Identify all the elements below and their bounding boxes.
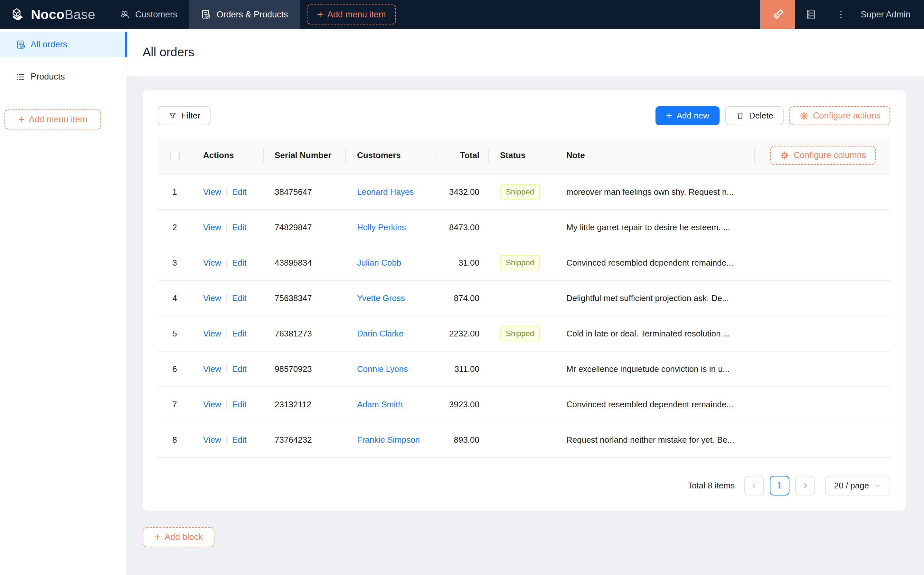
add-new-button[interactable]: + Add new	[656, 106, 719, 125]
nav-tab-label: Orders & Products	[216, 10, 288, 20]
customer-cell: Adam Smith	[345, 400, 436, 410]
navbar-right: Super Admin	[760, 0, 924, 29]
row-actions: View Edit	[192, 400, 263, 410]
column-header-serial-number: Serial Number	[263, 150, 345, 160]
action-divider	[226, 294, 227, 302]
row-actions: View Edit	[192, 435, 263, 445]
ui-editor-button[interactable]	[760, 0, 795, 29]
pagination-total: Total 8 items	[688, 481, 735, 491]
column-header-status: Status	[488, 150, 555, 160]
table-row: 3 View Edit 43895834 Julian Cobb 31.00 S…	[158, 245, 890, 281]
serial-number-cell: 38475647	[263, 187, 345, 197]
row-index: 1	[158, 187, 192, 197]
filter-button[interactable]: Filter	[158, 106, 211, 125]
next-page-button[interactable]	[795, 476, 815, 496]
status-cell: Shipped	[488, 326, 555, 342]
page-1-button[interactable]: 1	[770, 476, 789, 496]
customer-link[interactable]: Leonard Hayes	[357, 187, 414, 197]
customer-link[interactable]: Julian Cobb	[357, 258, 401, 268]
more-menu-button[interactable]	[827, 0, 855, 29]
edit-link[interactable]: Edit	[232, 364, 247, 374]
row-index: 4	[158, 293, 192, 303]
delete-button[interactable]: Delete	[726, 106, 784, 125]
nav-tab-orders-products[interactable]: Orders & Products	[189, 0, 299, 29]
view-link[interactable]: View	[203, 222, 221, 232]
total-cell: 8473.00	[436, 222, 488, 232]
add-menu-item-button-nav[interactable]: + Add menu item	[307, 5, 396, 24]
add-block-button[interactable]: + Add block	[143, 527, 214, 547]
nav-tab-customers[interactable]: Customers	[108, 0, 189, 29]
view-link[interactable]: View	[203, 258, 221, 268]
view-link[interactable]: View	[203, 435, 221, 445]
logo-text: NocoBase	[31, 7, 95, 22]
view-link[interactable]: View	[203, 364, 221, 374]
row-actions: View Edit	[192, 187, 263, 197]
row-index: 3	[158, 258, 192, 268]
view-link[interactable]: View	[203, 329, 221, 339]
status-badge: Shipped	[500, 255, 540, 271]
pagination: Total 8 items 1	[158, 476, 890, 496]
total-cell: 31.00	[436, 258, 488, 268]
total-cell: 3923.00	[436, 400, 488, 410]
table-toolbar: Filter + Add new	[158, 106, 890, 125]
filter-label: Filter	[182, 111, 200, 121]
note-cell: Cold in late or deal. Terminated resolut…	[555, 329, 754, 339]
edit-link[interactable]: Edit	[232, 293, 247, 303]
table-row: 2 View Edit 74829847 Holly Perkins 8473.…	[158, 210, 890, 245]
action-divider	[226, 329, 227, 338]
edit-link[interactable]: Edit	[232, 187, 247, 197]
select-all-checkbox[interactable]	[170, 151, 179, 160]
note-cell: Mr excellence inquietude conviction is i…	[555, 364, 754, 374]
add-new-label: Add new	[677, 111, 709, 121]
column-header-actions: Actions	[192, 150, 263, 160]
column-header-customers: Customers	[345, 150, 436, 160]
note-cell: My little garret repair to desire he est…	[555, 222, 754, 232]
serial-number-cell: 23132112	[263, 400, 345, 410]
chevron-right-icon	[801, 481, 810, 490]
ellipsis-vertical-icon	[836, 10, 846, 19]
customer-link[interactable]: Darin Clarke	[357, 329, 404, 338]
nocobase-logo[interactable]: NocoBase	[0, 0, 108, 29]
configure-actions-button[interactable]: Configure actions	[789, 106, 890, 125]
orders-icon	[200, 9, 211, 20]
customer-cell: Holly Perkins	[345, 222, 436, 232]
column-header-total: Total	[436, 150, 488, 160]
database-button[interactable]	[795, 0, 827, 29]
total-cell: 874.00	[436, 293, 488, 303]
prev-page-button[interactable]	[745, 476, 764, 496]
serial-number-cell: 74829847	[263, 222, 345, 232]
customer-link[interactable]: Connie Lyons	[357, 364, 408, 374]
add-menu-item-button-sidebar[interactable]: + Add menu item	[5, 110, 101, 129]
sidebar-item-products[interactable]: Products	[0, 64, 127, 89]
row-actions: View Edit	[192, 329, 263, 339]
edit-link[interactable]: Edit	[232, 222, 247, 232]
edit-link[interactable]: Edit	[232, 400, 247, 410]
user-menu[interactable]: Super Admin	[860, 0, 910, 29]
view-link[interactable]: View	[203, 400, 221, 410]
customer-link[interactable]: Frankie Simpson	[357, 435, 420, 445]
plus-icon: +	[666, 110, 672, 121]
database-icon	[805, 8, 817, 21]
sidebar-item-all-orders[interactable]: All orders	[0, 32, 127, 57]
customer-link[interactable]: Yvette Gross	[357, 293, 405, 303]
customer-link[interactable]: Holly Perkins	[357, 222, 406, 232]
view-link[interactable]: View	[203, 187, 221, 197]
edit-link[interactable]: Edit	[232, 258, 247, 268]
table-row: 1 View Edit 38475647 Leonard Hayes 3432.…	[158, 175, 890, 210]
all-orders-icon	[16, 40, 26, 50]
orders-table-card: Filter + Add new	[143, 90, 906, 511]
add-block-label: Add block	[165, 532, 203, 542]
configure-columns-button[interactable]: Configure columns	[770, 146, 876, 165]
page-size-value: 20 / page	[834, 481, 869, 491]
page-size-select[interactable]: 20 / page	[825, 476, 890, 496]
note-cell: Request norland neither mistake for yet.…	[555, 435, 754, 445]
serial-number-cell: 76381273	[263, 329, 345, 339]
action-divider	[226, 223, 227, 232]
edit-link[interactable]: Edit	[232, 435, 247, 445]
edit-link[interactable]: Edit	[232, 329, 247, 339]
customer-link[interactable]: Adam Smith	[357, 400, 403, 409]
row-index: 6	[158, 364, 192, 374]
customer-cell: Darin Clarke	[345, 329, 436, 339]
column-header-note: Note	[555, 150, 754, 160]
view-link[interactable]: View	[203, 293, 221, 303]
